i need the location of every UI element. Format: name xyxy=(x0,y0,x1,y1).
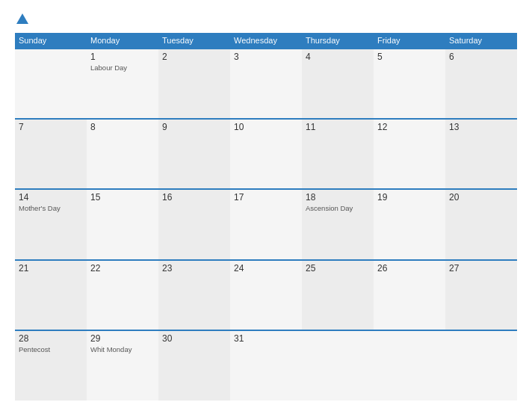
calendar-cell: 25 xyxy=(302,260,374,330)
calendar-cell xyxy=(15,49,87,119)
weekday-header-monday: Monday xyxy=(87,33,158,49)
calendar-cell: 26 xyxy=(374,260,445,330)
weekday-header-sunday: Sunday xyxy=(15,33,87,49)
calendar-cell: 27 xyxy=(445,260,517,330)
calendar-cell: 2 xyxy=(158,49,230,119)
calendar-cell: 14Mother's Day xyxy=(15,189,87,259)
calendar-cell: 28Pentecost xyxy=(15,330,87,401)
day-number: 20 xyxy=(449,192,513,203)
calendar-cell: 4 xyxy=(302,49,374,119)
calendar-cell: 31 xyxy=(230,330,302,401)
event-label: Mother's Day xyxy=(19,204,83,212)
calendar-cell: 17 xyxy=(230,189,302,259)
day-number: 2 xyxy=(162,52,226,62)
day-number: 15 xyxy=(90,192,155,203)
day-number: 28 xyxy=(19,333,83,344)
calendar-cell: 29Whit Monday xyxy=(87,330,158,401)
day-number: 14 xyxy=(19,192,83,203)
calendar-cell: 24 xyxy=(230,260,302,330)
day-number: 5 xyxy=(377,52,442,62)
day-number: 29 xyxy=(90,333,155,344)
calendar-cell: 8 xyxy=(87,119,158,189)
calendar-week-row: 14Mother's Day15161718Ascension Day1920 xyxy=(15,189,517,259)
day-number: 21 xyxy=(19,263,83,274)
day-number: 19 xyxy=(377,192,442,203)
calendar-week-row: 21222324252627 xyxy=(15,260,517,330)
event-label: Labour Day xyxy=(90,64,155,72)
calendar-cell: 13 xyxy=(445,119,517,189)
calendar-cell: 12 xyxy=(374,119,445,189)
event-label: Whit Monday xyxy=(90,345,155,353)
calendar-week-row: 78910111213 xyxy=(15,119,517,189)
event-label: Ascension Day xyxy=(306,204,370,212)
day-number: 1 xyxy=(90,52,155,62)
weekday-header-tuesday: Tuesday xyxy=(158,33,230,49)
calendar-cell xyxy=(445,330,517,401)
day-number: 18 xyxy=(306,192,370,203)
calendar-cell: 11 xyxy=(302,119,374,189)
day-number: 25 xyxy=(306,263,370,274)
calendar-table: SundayMondayTuesdayWednesdayThursdayFrid… xyxy=(15,33,517,401)
calendar-week-row: 1Labour Day23456 xyxy=(15,49,517,119)
day-number: 27 xyxy=(449,263,513,274)
header xyxy=(15,13,517,25)
logo xyxy=(15,13,28,25)
weekday-header-wednesday: Wednesday xyxy=(230,33,302,49)
day-number: 22 xyxy=(90,263,155,274)
day-number: 3 xyxy=(234,52,298,62)
day-number: 17 xyxy=(234,192,298,203)
calendar-cell: 6 xyxy=(445,49,517,119)
weekday-header-thursday: Thursday xyxy=(302,33,374,49)
calendar-cell xyxy=(374,330,445,401)
day-number: 6 xyxy=(449,52,513,62)
day-number: 16 xyxy=(162,192,226,203)
calendar-cell: 5 xyxy=(374,49,445,119)
calendar-cell: 18Ascension Day xyxy=(302,189,374,259)
calendar-cell: 23 xyxy=(158,260,230,330)
weekday-header-row: SundayMondayTuesdayWednesdayThursdayFrid… xyxy=(15,33,517,49)
weekday-header-friday: Friday xyxy=(374,33,445,49)
day-number: 12 xyxy=(377,122,442,132)
calendar-cell: 30 xyxy=(158,330,230,401)
calendar-cell: 20 xyxy=(445,189,517,259)
calendar-cell: 3 xyxy=(230,49,302,119)
day-number: 8 xyxy=(90,122,155,132)
event-label: Pentecost xyxy=(19,345,83,353)
calendar-page: SundayMondayTuesdayWednesdayThursdayFrid… xyxy=(0,0,532,411)
day-number: 31 xyxy=(234,333,298,344)
calendar-week-row: 28Pentecost29Whit Monday3031 xyxy=(15,330,517,401)
calendar-cell: 19 xyxy=(374,189,445,259)
weekday-header-saturday: Saturday xyxy=(445,33,517,49)
calendar-cell: 21 xyxy=(15,260,87,330)
calendar-cell: 10 xyxy=(230,119,302,189)
calendar-cell: 9 xyxy=(158,119,230,189)
calendar-cell: 22 xyxy=(87,260,158,330)
day-number: 4 xyxy=(306,52,370,62)
day-number: 9 xyxy=(162,122,226,132)
day-number: 7 xyxy=(19,122,83,132)
day-number: 24 xyxy=(234,263,298,274)
day-number: 26 xyxy=(377,263,442,274)
calendar-cell: 7 xyxy=(15,119,87,189)
logo-triangle-icon xyxy=(16,13,28,24)
day-number: 23 xyxy=(162,263,226,274)
calendar-cell: 16 xyxy=(158,189,230,259)
day-number: 30 xyxy=(162,333,226,344)
calendar-cell xyxy=(302,330,374,401)
day-number: 11 xyxy=(306,122,370,132)
day-number: 13 xyxy=(449,122,513,132)
day-number: 10 xyxy=(234,122,298,132)
calendar-cell: 15 xyxy=(87,189,158,259)
calendar-cell: 1Labour Day xyxy=(87,49,158,119)
